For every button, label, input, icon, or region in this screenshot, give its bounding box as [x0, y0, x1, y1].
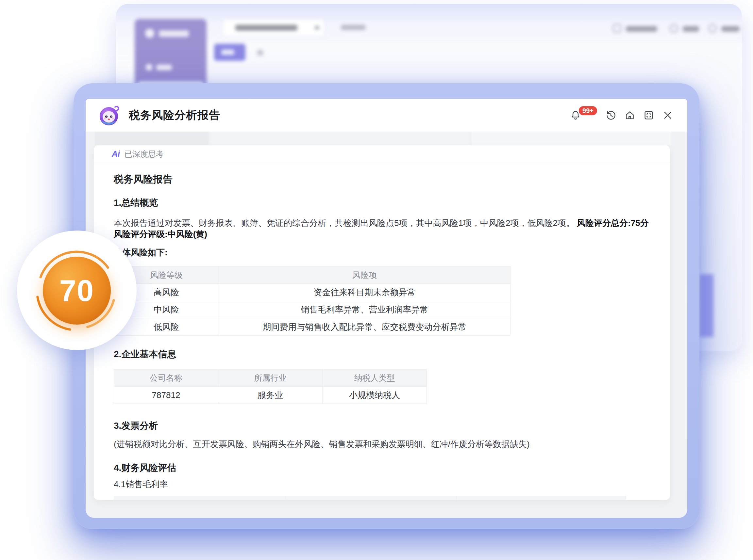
summary-text: 本次报告通过对发票、财务报表、账簿、凭证的综合分析，共检测出风险点5项，其中高风… [114, 218, 577, 228]
risk-table: 风险等级 风险项 高风险 资金往来科目期末余额异常 中风险 销售毛利率异常、营业… [114, 266, 510, 336]
invoice-analysis-note: (进销税额对比分析、互开发票风险、购销两头在外风险、销售发票和采购发票明细、红冲… [114, 439, 650, 450]
screen: 税务风险分析报告 99+ [0, 0, 753, 560]
section-4-1-heading: 4.1销售毛利率 [114, 479, 650, 490]
home-icon[interactable] [624, 110, 635, 120]
section-3-heading: 3.发票分析 [114, 420, 650, 432]
table-row: 787812 服务业 小规模纳税人 [114, 387, 427, 404]
report-title: 税务风险报告 [114, 173, 650, 186]
notification-count-badge: 99+ [579, 106, 597, 115]
background-toolbar-text-2 [683, 26, 699, 32]
risk-item-cell: 期间费用与销售收入配比异常、应交税费变动分析异常 [219, 318, 510, 336]
risk-score-badge: 70 [17, 231, 137, 350]
background-search-chevron [315, 26, 319, 29]
table-row: 高风险 资金往来科目期末余额异常 [114, 284, 510, 301]
year-header: 年度 [114, 496, 286, 500]
report-modal: 税务风险分析报告 99+ [74, 83, 699, 529]
ai-status-bar: Ai 已深度思考 [94, 145, 670, 163]
ai-logo: Ai [112, 149, 120, 159]
taxpayer-type-cell: 小规模纳税人 [323, 387, 427, 404]
section-2-heading: 2.企业基本信息 [114, 348, 650, 360]
background-sidebar-item-text [156, 65, 172, 70]
close-icon[interactable] [662, 110, 673, 120]
industry-cell: 服务业 [218, 387, 323, 404]
table-row: 低风险 期间费用与销售收入配比异常、应交税费变动分析异常 [114, 318, 510, 336]
background-toolbar-text-3 [721, 26, 739, 32]
industry-header: 所属行业 [218, 369, 323, 387]
background-sidebar-item-icon [146, 64, 152, 71]
report-card: Ai 已深度思考 税务风险报告 1.总结概览 本次报告通过对发票、财务报表、账簿… [94, 145, 670, 500]
section-1-heading: 1.总结概览 [114, 197, 650, 209]
background-toolbar-icon-2 [670, 24, 678, 33]
report-content: 税务风险报告 1.总结概览 本次报告通过对发票、财务报表、账簿、凭证的综合分析，… [94, 173, 670, 500]
background-card-edge-3 [471, 132, 671, 145]
report-modal-body: 税务风险分析报告 99+ [85, 99, 687, 518]
assistant-avatar [98, 104, 120, 126]
background-caption-text [341, 25, 366, 30]
gross-margin-header: 销售毛利率（%） [286, 496, 457, 500]
modal-title: 税务风险分析报告 [129, 108, 220, 123]
notifications-button[interactable]: 99+ [570, 109, 597, 122]
company-name-cell: 787812 [114, 387, 218, 404]
table-header-row: 风险等级 风险项 [114, 266, 510, 284]
gross-margin-table: 年度 销售毛利率（%） 行业理念参考值（%） 2025（1-5月） 35.50 … [114, 496, 625, 500]
summary-paragraph: 本次报告通过对发票、财务报表、账簿、凭证的综合分析，共检测出风险点5项，其中高风… [114, 218, 650, 240]
taxpayer-type-header: 纳税人类型 [323, 369, 427, 387]
history-icon[interactable] [605, 110, 616, 120]
background-toolbar-text-1 [626, 26, 657, 32]
background-card-edge-2 [211, 132, 469, 145]
table-row: 中风险 销售毛利率异常、营业利润率异常 [114, 301, 510, 318]
industry-reference-header: 行业理念参考值（%） [457, 496, 625, 500]
table-header-row: 年度 销售毛利率（%） 行业理念参考值（%） [114, 496, 625, 500]
background-right-panel-button [700, 274, 713, 337]
modal-header: 税务风险分析报告 99+ [85, 99, 687, 132]
background-logo-icon [145, 29, 154, 38]
score-orb: 70 [43, 257, 111, 324]
risk-item-cell: 销售毛利率异常、营业利润率异常 [219, 301, 510, 318]
background-toolbar-icon-1 [613, 24, 621, 33]
background-primary-button-text [221, 49, 234, 55]
ai-status-text: 已深度思考 [124, 149, 164, 159]
risk-list-intro: 具体风险如下: [114, 247, 650, 258]
company-name-header: 公司名称 [114, 369, 218, 387]
background-card-edge-1 [95, 132, 209, 145]
background-search-text [235, 25, 297, 31]
background-logo-text [159, 31, 189, 37]
score-value: 70 [59, 276, 94, 306]
table-header-row: 公司名称 所属行业 纳税人类型 [114, 369, 427, 387]
company-info-table: 公司名称 所属行业 纳税人类型 787812 服务业 小规模纳税人 [114, 369, 427, 404]
background-small-icon [257, 49, 263, 56]
risk-item-cell: 资金往来科目期末余额异常 [219, 284, 510, 301]
fullscreen-icon[interactable] [643, 110, 654, 120]
modal-header-actions: 99+ [570, 109, 673, 122]
section-4-heading: 4.财务风险评估 [114, 462, 650, 474]
risk-item-header: 风险项 [219, 266, 510, 284]
background-toolbar-icon-3 [708, 24, 717, 33]
